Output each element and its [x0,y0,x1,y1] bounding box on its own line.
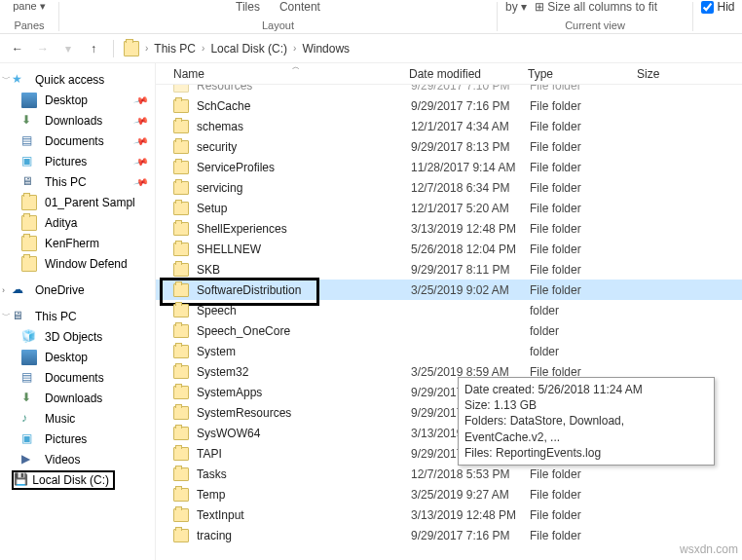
disk-icon: 💾 [14,472,29,488]
sidebar-item-desktop[interactable]: Desktop📌 [0,90,155,110]
sidebar-item-videos[interactable]: ▶Videos [0,449,155,469]
table-row[interactable]: SKB9/29/2017 8:11 PMFile folder [156,259,742,280]
table-row[interactable]: ServiceProfiles11/28/2017 9:14 AMFile fo… [156,157,742,177]
folder-icon [173,85,189,93]
file-type: folder [530,304,639,317]
sidebar-item-localdisk[interactable]: 💾 Local Disk (C:) [0,469,155,490]
forward-button[interactable]: → [33,39,53,58]
sidebar-item-folder[interactable]: KenFherm [0,233,155,253]
file-name: Resources [197,85,411,93]
file-type: File folder [530,181,639,195]
table-row[interactable]: SoftwareDistribution3/25/2019 9:02 AMFil… [156,280,742,300]
table-row[interactable]: Systemfolder [156,341,742,361]
content-option[interactable]: Content [279,0,320,14]
pin-icon: 📌 [133,113,149,129]
thispc-header[interactable]: ﹀🖥This PC [0,306,155,326]
pictures-icon: ▣ [21,154,37,169]
file-name: SoftwareDistribution [197,283,411,297]
file-date: 9/29/2017 8:13 PM [411,140,530,154]
folder-icon [173,345,189,358]
file-date: 9/29/2017 7:16 PM [411,99,530,113]
pin-icon: 📌 [133,174,149,190]
folder-icon [173,467,189,481]
file-date: 11/28/2017 9:14 AM [411,161,530,174]
table-row[interactable]: schemas12/1/2017 4:34 AMFile folder [156,116,742,136]
sidebar-item-folder[interactable]: 01_Parent Sampl [0,192,155,212]
table-row[interactable]: security9/29/2017 8:13 PMFile folder [156,136,742,157]
pictures-icon: ▣ [21,431,37,447]
table-row[interactable]: Speechfolder [156,300,742,320]
tooltip: Date created: 5/26/2018 11:24 AM Size: 1… [458,377,715,466]
sidebar-item-pictures[interactable]: ▣Pictures📌 [0,151,155,171]
file-type: File folder [530,467,639,481]
table-row[interactable]: Speech_OneCorefolder [156,320,742,341]
path-segment[interactable]: Local Disk (C:) [210,42,287,56]
sidebar-item-downloads[interactable]: ⬇Downloads📌 [0,110,155,131]
layout-label: Layout [262,19,294,33]
file-name: TAPI [197,447,411,461]
chevron-right-icon[interactable]: › [141,43,152,54]
sidebar-item-documents[interactable]: ▤Documents📌 [0,131,155,151]
file-name: Tasks [197,467,411,481]
back-button[interactable]: ← [8,39,27,58]
file-name: TextInput [197,508,411,522]
recent-button[interactable]: ▾ [58,39,78,58]
file-date: 3/25/2019 9:02 AM [411,283,530,297]
sidebar-item-thispc[interactable]: 🖥This PC📌 [0,171,155,192]
up-button[interactable]: ↑ [84,39,103,58]
folder-icon [173,243,189,256]
table-row[interactable]: SHELLNEW5/26/2018 12:04 PMFile folder [156,239,742,259]
sidebar-item-desktop[interactable]: Desktop [0,347,155,367]
column-name[interactable]: Name [173,67,409,81]
desktop-icon [21,93,37,108]
table-row[interactable]: Resources9/29/2017 7:10 PMFile folder [156,85,742,95]
file-type: folder [530,324,639,338]
file-type: File folder [530,161,639,174]
file-type: File folder [530,222,639,236]
table-row[interactable]: Setup12/1/2017 5:20 AMFile folder [156,198,742,218]
column-size[interactable]: Size [637,67,659,81]
file-date: 12/1/2017 5:20 AM [411,202,530,215]
table-row[interactable]: tracing9/29/2017 7:16 PMFile folder [156,525,742,545]
tiles-option[interactable]: Tiles [236,0,260,14]
quick-access-header[interactable]: ﹀★Quick access [0,69,155,90]
sidebar-item-music[interactable]: ♪Music [0,408,155,429]
navigation-pane[interactable]: ﹀★Quick access Desktop📌 ⬇Downloads📌 ▤Doc… [0,63,156,560]
table-row[interactable]: TextInput3/13/2019 12:48 PMFile folder [156,504,742,525]
table-row[interactable]: ShellExperiences3/13/2019 12:48 PMFile f… [156,218,742,239]
folder-icon [173,181,189,195]
address-bar[interactable]: › This PC › Local Disk (C:) › Windows [124,41,350,56]
sidebar-item-downloads[interactable]: ⬇Downloads [0,388,155,408]
column-type[interactable]: Type [528,67,637,81]
column-date[interactable]: Date modified [409,67,528,81]
table-row[interactable]: Tasks12/7/2018 5:53 PMFile folder [156,464,742,484]
by-button[interactable]: by ▾ [505,0,527,14]
sidebar-item-folder[interactable]: Aditya [0,212,155,233]
file-date: 9/29/2017 8:11 PM [411,263,530,277]
file-name: schemas [197,120,411,133]
table-row[interactable]: SchCache9/29/2017 7:16 PMFile folder [156,95,742,116]
table-row[interactable]: Temp3/25/2019 9:27 AMFile folder [156,484,742,504]
chevron-right-icon[interactable]: › [289,43,300,54]
videos-icon: ▶ [21,452,37,467]
onedrive-header[interactable]: ›☁OneDrive [0,280,155,300]
sidebar-item-documents[interactable]: ▤Documents [0,367,155,388]
sidebar-item-pictures[interactable]: ▣Pictures [0,429,155,449]
file-date: 3/25/2019 9:27 AM [411,488,530,502]
file-type: File folder [530,85,639,93]
path-segment[interactable]: This PC [154,42,196,56]
file-date: 9/29/2017 7:10 PM [411,85,530,93]
size-all-button[interactable]: ⊞ Size all columns to fit [535,0,657,14]
hidden-checkbox[interactable]: Hid [701,0,735,14]
path-segment[interactable]: Windows [302,42,350,56]
table-row[interactable]: servicing12/7/2018 6:34 PMFile folder [156,177,742,198]
folder-icon [173,222,189,236]
folder-icon [173,508,189,522]
file-name: security [197,140,411,154]
sidebar-item-3dobjects[interactable]: 🧊3D Objects [0,326,155,347]
file-type: File folder [530,283,639,297]
sidebar-item-folder[interactable]: Window Defend [0,253,155,274]
file-list[interactable]: ︿ Name Date modified Type Size Resources… [156,63,742,560]
chevron-right-icon[interactable]: › [198,43,208,54]
pane-button[interactable]: pane ▾ [13,0,46,13]
